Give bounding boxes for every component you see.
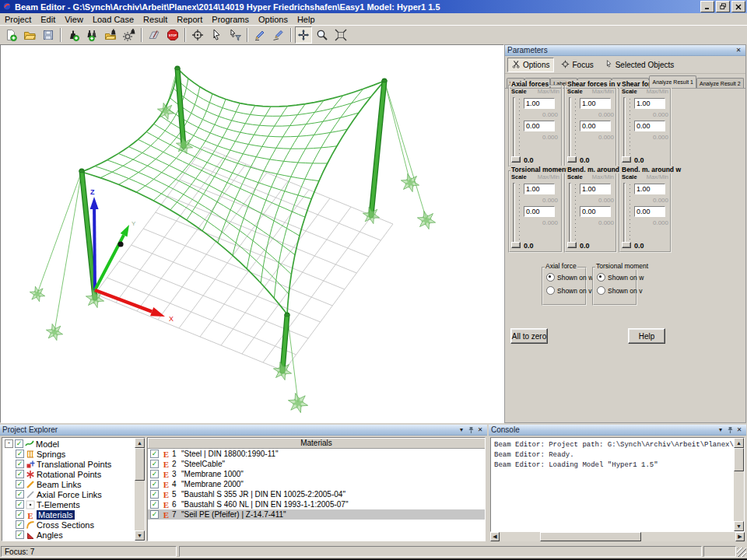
all-to-zero-button[interactable]: All to zero: [510, 328, 548, 344]
menu-options[interactable]: Options: [254, 15, 293, 24]
scale-slider[interactable]: [512, 97, 522, 163]
checkbox-icon[interactable]: ✓: [16, 500, 24, 509]
sketch-icon[interactable]: [146, 26, 163, 44]
checkbox-icon[interactable]: ✓: [150, 470, 159, 478]
checkbox-icon[interactable]: ✓: [150, 510, 159, 519]
focus-point-icon[interactable]: [189, 26, 206, 44]
slider-thumb[interactable]: [511, 242, 521, 248]
minimize-icon[interactable]: [700, 1, 714, 12]
checkbox-icon[interactable]: ✓: [150, 500, 159, 509]
material-row[interactable]: ✓ E 4 "Membrane 2000": [148, 479, 485, 489]
radio-shown-on-w[interactable]: Shown on w: [546, 273, 585, 282]
close-icon[interactable]: ✕: [475, 425, 485, 434]
materials-header[interactable]: Materials: [148, 438, 485, 449]
checkbox-icon[interactable]: ✓: [16, 490, 24, 499]
close-icon[interactable]: ✕: [735, 425, 744, 434]
scale-input[interactable]: 1.00: [524, 98, 555, 109]
menu-load-case[interactable]: Load Case: [88, 15, 139, 24]
radio-shown-on-v[interactable]: Shown on v: [597, 286, 636, 295]
tree-item-beam-links[interactable]: ✓ Beam Links: [3, 479, 134, 489]
menu-edit[interactable]: Edit: [36, 15, 60, 24]
params-toolbar-options[interactable]: Options: [507, 58, 554, 72]
scale-input[interactable]: 1.00: [580, 98, 611, 109]
scale-slider[interactable]: [622, 97, 633, 163]
offset-input[interactable]: 0.00: [580, 206, 611, 217]
slider-thumb[interactable]: [567, 156, 577, 163]
save-project-icon[interactable]: [40, 26, 57, 44]
resize-grip[interactable]: [737, 548, 746, 557]
scale-slider[interactable]: [512, 183, 522, 248]
checkbox-icon[interactable]: ✓: [16, 520, 24, 529]
tab-analyze-result-1[interactable]: Analyze Result 1: [649, 75, 696, 88]
scroll-down-icon[interactable]: ▼: [135, 530, 145, 541]
checkbox-icon[interactable]: ✓: [15, 439, 23, 448]
tree-scrollbar[interactable]: ▲ ▼: [135, 438, 145, 541]
clear-selection-icon[interactable]: [226, 26, 244, 44]
offset-input[interactable]: 0.00: [580, 121, 611, 131]
scroll-thumb[interactable]: [135, 448, 145, 481]
checkbox-icon[interactable]: ✓: [16, 510, 24, 519]
menu-view[interactable]: View: [60, 15, 88, 24]
scroll-thumb[interactable]: [540, 532, 641, 541]
material-row[interactable]: ✓ E 2 "SteelCable": [148, 459, 485, 469]
material-row[interactable]: ✓ E 3 "Membrane 1000": [148, 469, 485, 479]
open-loadcase-icon[interactable]: [102, 26, 119, 44]
zoom-extents-icon[interactable]: [332, 26, 349, 44]
menu-project[interactable]: Project: [0, 15, 36, 24]
radio-icon[interactable]: [546, 273, 555, 282]
draw-link-icon[interactable]: [270, 26, 287, 44]
add-loadcases-icon[interactable]: [83, 26, 100, 44]
tree-item-model[interactable]: -✓ Model: [3, 439, 134, 449]
loadcase-settings-icon[interactable]: [121, 26, 138, 44]
tree-item-translational-points[interactable]: ✓ Translational Points: [3, 459, 134, 469]
radio-shown-on-v[interactable]: Shown on v: [546, 286, 585, 295]
offset-input[interactable]: 0.00: [524, 206, 555, 217]
checkbox-icon[interactable]: ✓: [150, 450, 159, 458]
slider-thumb[interactable]: [622, 242, 631, 248]
menu-report[interactable]: Report: [172, 15, 207, 24]
offset-input[interactable]: 0.00: [634, 206, 665, 217]
pin-icon[interactable]: [725, 425, 735, 434]
scale-input[interactable]: 1.00: [580, 184, 611, 194]
scroll-right-icon[interactable]: ▶: [735, 532, 745, 541]
material-row[interactable]: ✓ E 6 "Baustahl S 460 NL | DIN EN 1993-1…: [148, 499, 485, 509]
slider-thumb[interactable]: [511, 156, 521, 163]
tab-analyze-result-2[interactable]: Analyze Result 2: [696, 78, 744, 88]
chevron-down-icon[interactable]: ▾: [457, 425, 466, 434]
slider-thumb[interactable]: [622, 156, 631, 163]
checkbox-icon[interactable]: ✓: [16, 530, 24, 539]
checkbox-icon[interactable]: ✓: [16, 460, 24, 468]
close-icon[interactable]: [731, 1, 745, 12]
help-button[interactable]: Help: [628, 328, 665, 344]
tree-item-materials[interactable]: ✓ E Materials: [3, 509, 134, 520]
menu-programs[interactable]: Programs: [207, 15, 254, 24]
new-project-icon[interactable]: [2, 26, 19, 44]
menu-result[interactable]: Result: [139, 15, 172, 24]
restore-icon[interactable]: [716, 1, 730, 12]
material-row[interactable]: ✓ E 7 "Seil PE (Pfeifer) | Z-14.7-411": [148, 509, 485, 520]
scale-input[interactable]: 1.00: [634, 98, 665, 109]
stop-icon[interactable]: STOP: [164, 26, 181, 44]
tree-item-cross-sections[interactable]: ✓ Cross Sections: [3, 520, 134, 530]
offset-input[interactable]: 0.00: [524, 121, 555, 131]
console-vscrollbar[interactable]: ▲ ▼: [734, 438, 744, 531]
pin-icon[interactable]: [466, 425, 475, 434]
scale-slider[interactable]: [622, 183, 633, 248]
select-cursor-icon[interactable]: [208, 26, 225, 44]
checkbox-icon[interactable]: ✓: [150, 460, 159, 468]
tree-item-rotational-points[interactable]: ✓ Rotational Points: [3, 469, 134, 479]
radio-icon[interactable]: [597, 286, 605, 295]
scroll-down-icon[interactable]: ▼: [734, 521, 744, 531]
scroll-up-icon[interactable]: ▲: [734, 438, 744, 448]
checkbox-icon[interactable]: ✓: [16, 470, 24, 478]
zoom-icon[interactable]: [314, 26, 331, 44]
scroll-thumb[interactable]: [734, 448, 744, 471]
scale-input[interactable]: 1.00: [524, 184, 555, 194]
console-hscrollbar[interactable]: ◀ ▶: [490, 532, 745, 541]
scroll-up-icon[interactable]: ▲: [135, 438, 145, 448]
scroll-left-icon[interactable]: ◀: [490, 532, 500, 541]
tree-item-springs[interactable]: ✓ Springs: [3, 449, 134, 459]
offset-input[interactable]: 0.00: [634, 121, 665, 131]
material-row[interactable]: ✓ E 5 "Baustahl S 355 JR | DIN EN 10025-…: [148, 489, 485, 499]
scale-slider[interactable]: [568, 183, 578, 248]
